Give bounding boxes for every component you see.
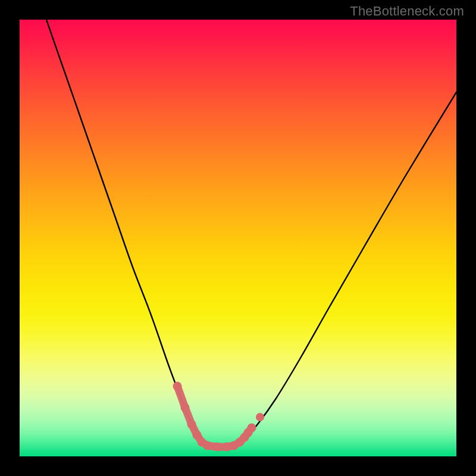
- highlight-dot: [173, 382, 182, 391]
- highlight-dot-extra: [256, 413, 264, 421]
- plot-area: [20, 20, 456, 456]
- highlight-segment: [173, 382, 265, 452]
- chart-svg: [20, 20, 456, 456]
- highlight-dot: [248, 424, 256, 433]
- highlight-dot: [203, 441, 212, 450]
- highlight-dot: [187, 420, 196, 429]
- watermark-text: TheBottleneck.com: [350, 4, 464, 19]
- highlight-dot: [213, 443, 222, 452]
- highlight-dot: [181, 403, 190, 412]
- bottleneck-curve: [46, 20, 456, 447]
